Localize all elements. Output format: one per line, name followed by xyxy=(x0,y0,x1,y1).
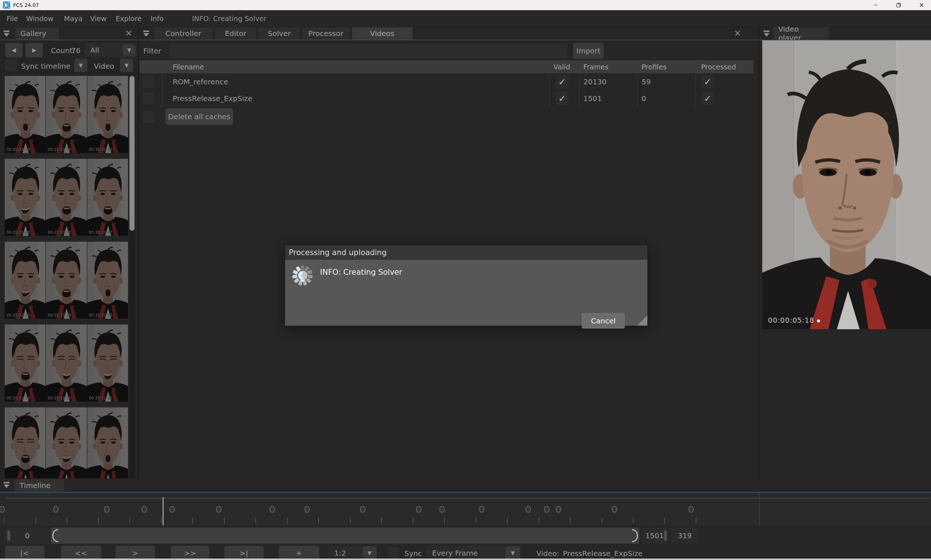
thumbnail-frame[interactable]: 00:35:31:50 xyxy=(87,76,128,153)
thumbnail-frame[interactable]: 00:35:31:47 xyxy=(87,159,128,236)
zoom-ratio-dropdown-icon[interactable]: ▼ xyxy=(362,546,377,560)
videoplayer-collapse-icon[interactable] xyxy=(763,30,770,37)
playback-mode-dropdown-icon[interactable]: ▼ xyxy=(506,546,520,560)
timeline-playhead[interactable] xyxy=(163,497,163,526)
controller-close-icon[interactable]: ✕ xyxy=(734,29,741,38)
go-to-start-button[interactable]: |< xyxy=(5,546,45,560)
range-start-field[interactable]: 0 xyxy=(5,528,49,544)
thumbnail-frame[interactable]: 00:35:31:55 xyxy=(87,325,128,402)
gallery-filter-dropdown-icon[interactable]: ▼ xyxy=(123,44,135,56)
keyframe-marker[interactable] xyxy=(0,506,5,513)
keyframe-marker[interactable] xyxy=(439,506,445,513)
minimize-button[interactable]: ─ xyxy=(867,0,884,10)
sync-timeline-checkbox[interactable] xyxy=(5,59,17,72)
range-start-grip[interactable] xyxy=(7,531,10,541)
add-button[interactable]: + xyxy=(279,546,319,560)
thumbnail-frame[interactable]: 00:35:33:40 xyxy=(46,408,86,478)
keyframe-marker[interactable] xyxy=(526,506,531,513)
processed-check-icon: ✓ xyxy=(701,92,714,105)
videoplayer-panel-title[interactable]: Video player xyxy=(773,27,828,40)
go-to-end-button[interactable]: >| xyxy=(224,546,264,560)
gallery-panel-title[interactable]: Gallery xyxy=(15,27,59,40)
keyframe-marker[interactable] xyxy=(544,506,550,513)
play-button[interactable]: > xyxy=(116,546,155,560)
thumbnail-frame[interactable]: 00:35:32:40 xyxy=(5,325,45,402)
thumbnail-frame[interactable]: 00:35:31:30 xyxy=(87,242,128,319)
thumbnail-frame[interactable]: 00:35:33:50 xyxy=(5,76,45,153)
menu-info[interactable]: Info xyxy=(151,10,163,27)
video-dropdown-button[interactable]: ▼ xyxy=(120,59,133,72)
video-frame[interactable] xyxy=(762,40,931,329)
restore-button[interactable] xyxy=(890,0,907,10)
thumbnail-frame[interactable]: 00:35:33:20 xyxy=(46,242,86,319)
keyframe-marker[interactable] xyxy=(304,506,310,513)
delete-all-caches-button[interactable]: Delete all caches xyxy=(165,108,233,125)
gallery-thumbnail-strip[interactable]: 00:35:32:1000:35:33:2000:35:31:30 xyxy=(5,242,128,319)
keyframe-marker[interactable] xyxy=(479,506,484,513)
sync-checkbox[interactable] xyxy=(387,546,400,560)
range-end-grip[interactable] xyxy=(664,531,667,541)
close-window-button[interactable]: ✕ xyxy=(913,0,930,10)
gallery-thumbnail-strip[interactable]: 00:35:31:0000:35:33:5800:35:31:47 xyxy=(5,159,128,236)
keyframe-marker[interactable] xyxy=(270,506,275,513)
gallery-scrollbar-thumb[interactable] xyxy=(129,76,134,231)
row-checkbox[interactable] xyxy=(142,92,155,105)
timeline-collapse-icon[interactable] xyxy=(3,481,10,488)
current-frame-field[interactable]: 319 xyxy=(671,528,698,544)
keyframe-marker[interactable] xyxy=(104,506,109,513)
tab-controller[interactable]: Controller xyxy=(154,27,213,40)
thumbnail-frame[interactable]: 00:35:31:00 xyxy=(5,159,45,236)
keyframe-marker[interactable] xyxy=(216,506,222,513)
prev-icon: ◀ xyxy=(12,47,16,54)
row-checkbox[interactable] xyxy=(142,75,155,88)
keyframe-marker[interactable] xyxy=(142,506,147,513)
keyframe-marker[interactable] xyxy=(53,506,59,513)
keyframe-marker[interactable] xyxy=(688,506,694,513)
sync-timeline-label: Sync timeline xyxy=(21,62,71,71)
gallery-thumbnail-strip[interactable]: 00:35:32:4000:35:33:1000:35:31:55 xyxy=(5,325,128,402)
menu-explore[interactable]: Explore xyxy=(116,10,142,27)
import-button[interactable]: Import xyxy=(573,43,604,59)
gallery-thumbnail-strip[interactable]: 00:35:32:2500:35:33:4000:35:31:15 xyxy=(5,408,128,478)
gallery-next-button[interactable]: ▶ xyxy=(25,43,43,57)
panel-divider xyxy=(138,27,139,479)
menu-view[interactable]: View xyxy=(90,10,106,27)
timeline-title-label: Timeline xyxy=(20,481,51,490)
sync-dropdown-button[interactable]: ▼ xyxy=(74,59,87,72)
cancel-button[interactable]: Cancel xyxy=(582,313,625,329)
thumbnail-timecode: 00:35:33:20 xyxy=(48,313,71,317)
tab-solver[interactable]: Solver xyxy=(259,27,300,40)
menu-maya[interactable]: Maya xyxy=(64,10,83,27)
thumbnail-frame[interactable]: 00:35:33:06 xyxy=(46,76,86,153)
modal-resize-grip[interactable] xyxy=(637,315,647,326)
next-icon: ▶ xyxy=(32,47,36,54)
title-bar: FCS 24.07 ─ ✕ xyxy=(0,0,931,10)
gallery-close-icon[interactable]: ✕ xyxy=(125,29,133,38)
timeline-track[interactable] xyxy=(0,493,931,526)
tab-videos[interactable]: Videos xyxy=(352,27,412,40)
filter-input[interactable] xyxy=(168,44,568,58)
gallery-prev-button[interactable]: ◀ xyxy=(5,43,23,57)
keyframe-marker[interactable] xyxy=(556,506,561,513)
row-checkbox[interactable] xyxy=(142,111,155,123)
thumbnail-frame[interactable]: 00:35:32:10 xyxy=(5,242,45,319)
tab-editor[interactable]: Editor xyxy=(215,27,256,40)
keyframe-marker[interactable] xyxy=(360,506,365,513)
keyframe-marker[interactable] xyxy=(612,506,617,513)
keyframe-marker[interactable] xyxy=(416,506,421,513)
thumbnail-frame[interactable]: 00:35:33:58 xyxy=(46,159,86,236)
thumbnail-frame[interactable]: 00:35:31:15 xyxy=(87,408,128,478)
gallery-thumbnail-strip[interactable]: 00:35:33:5000:35:33:0600:35:31:50 xyxy=(5,76,128,153)
thumbnail-frame[interactable]: 00:35:33:10 xyxy=(46,325,86,402)
menu-window[interactable]: Window xyxy=(26,10,54,27)
tab-processor[interactable]: Processor xyxy=(302,27,349,40)
timeline-panel-title[interactable]: Timeline xyxy=(15,479,64,492)
controller-collapse-icon[interactable] xyxy=(143,30,150,37)
step-forward-button[interactable]: >> xyxy=(171,546,210,560)
menu-file[interactable]: File xyxy=(6,10,18,27)
gallery-collapse-icon[interactable] xyxy=(3,30,10,37)
step-back-button[interactable]: << xyxy=(61,546,101,560)
keyframe-marker[interactable] xyxy=(170,506,175,513)
range-slider-track[interactable] xyxy=(51,528,639,544)
thumbnail-frame[interactable]: 00:35:32:25 xyxy=(5,408,45,478)
